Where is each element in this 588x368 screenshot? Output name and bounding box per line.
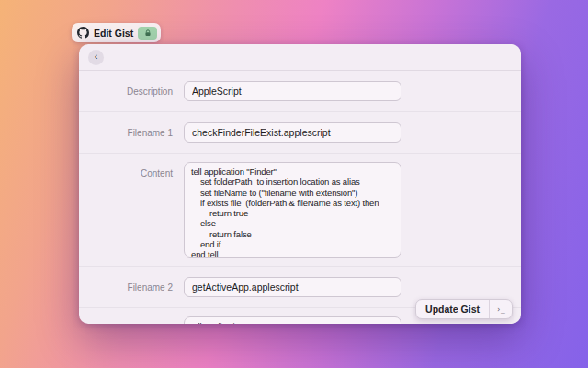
content-2-textarea[interactable]: tell application "System Events" set act…	[184, 316, 401, 324]
edit-gist-window: ‹ Description Filename 1 Content tell ap…	[79, 44, 521, 324]
filename-1-input[interactable]	[184, 122, 401, 143]
github-icon	[77, 27, 89, 39]
content-1-label: Content	[79, 162, 173, 178]
update-gist-label: Update Gist	[416, 300, 489, 318]
edit-gist-launcher-badge[interactable]: Edit Gist	[72, 23, 161, 42]
form-row-description: Description	[79, 71, 521, 112]
filename-2-label: Filename 2	[79, 282, 173, 293]
description-input[interactable]	[184, 81, 401, 101]
filename-1-label: Filename 1	[79, 128, 173, 138]
form-row-filename-1: Filename 1	[79, 112, 521, 154]
content-2-label: Content	[79, 316, 173, 324]
gist-form: Description Filename 1 Content tell appl…	[79, 71, 521, 324]
back-button[interactable]: ‹	[88, 50, 104, 65]
update-gist-button[interactable]: Update Gist ›_	[415, 299, 513, 319]
badge-title: Edit Gist	[94, 28, 133, 39]
description-label: Description	[79, 86, 173, 97]
shortcut-key-icon: ›_	[489, 300, 512, 318]
lock-icon	[144, 29, 152, 37]
private-gist-chip	[138, 27, 157, 40]
window-header: ‹	[79, 44, 521, 71]
form-row-content-1: Content tell application "Finder" set fo…	[79, 154, 521, 267]
filename-2-input[interactable]	[184, 277, 401, 297]
content-1-textarea[interactable]: tell application "Finder" set folderPath…	[184, 162, 401, 258]
